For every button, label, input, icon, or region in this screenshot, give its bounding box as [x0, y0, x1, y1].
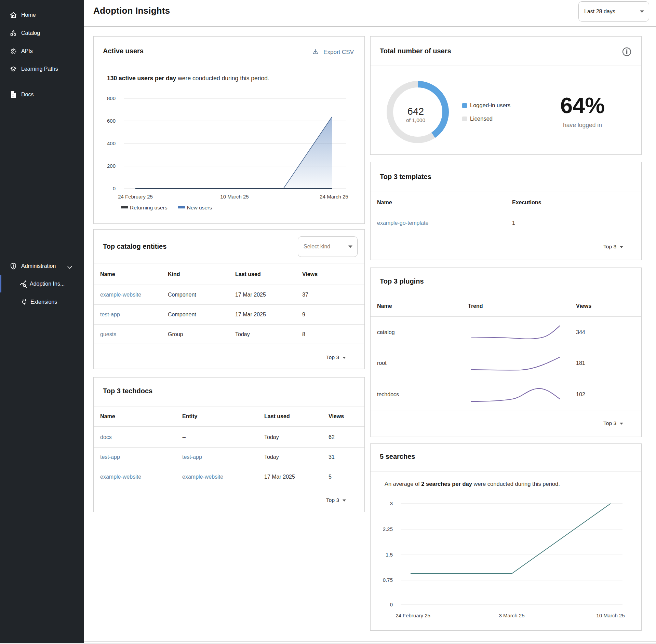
svg-text:10 March 25: 10 March 25: [220, 194, 249, 200]
svg-text:24 February 25: 24 February 25: [396, 613, 430, 618]
svg-text:24 February 25: 24 February 25: [118, 194, 153, 200]
svg-text:10 March 25: 10 March 25: [596, 613, 625, 618]
svg-text:1.5: 1.5: [386, 552, 393, 558]
svg-text:400: 400: [107, 140, 116, 146]
svg-text:600: 600: [107, 118, 116, 124]
svg-text:24 March 25: 24 March 25: [320, 194, 348, 200]
svg-text:2.25: 2.25: [383, 526, 393, 532]
svg-text:3 March 25: 3 March 25: [499, 613, 524, 618]
svg-text:0: 0: [113, 186, 116, 191]
svg-text:0: 0: [390, 602, 393, 607]
svg-text:200: 200: [107, 163, 116, 169]
svg-text:0.75: 0.75: [383, 577, 393, 583]
svg-text:800: 800: [107, 95, 116, 101]
svg-text:3: 3: [390, 501, 393, 506]
